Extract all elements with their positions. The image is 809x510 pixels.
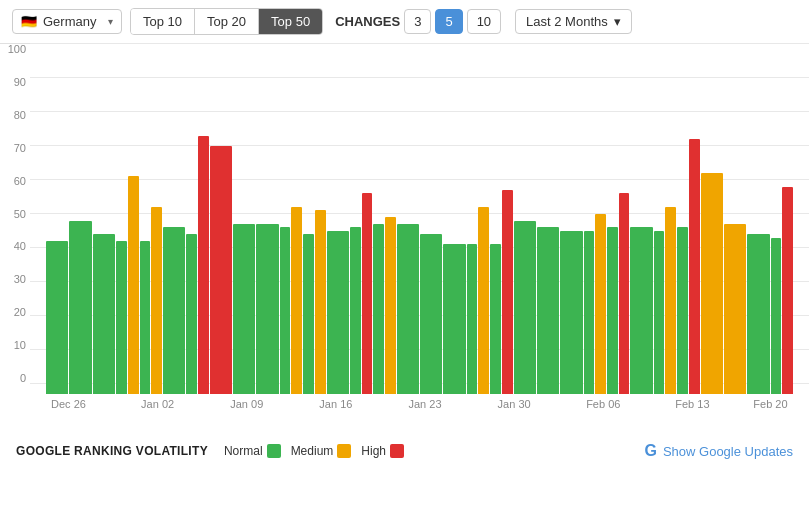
bar-green xyxy=(116,241,127,394)
months-select[interactable]: Last 2 Months ▾ xyxy=(515,9,632,34)
bar-group xyxy=(584,214,606,394)
y-label: 80 xyxy=(0,110,30,121)
legend-color-box xyxy=(267,444,281,458)
x-label: Feb 06 xyxy=(581,398,626,410)
google-updates-label: Show Google Updates xyxy=(663,444,793,459)
bar-red xyxy=(362,193,373,394)
bar-group xyxy=(724,224,746,394)
bar-group xyxy=(537,227,559,394)
y-label: 10 xyxy=(0,340,30,351)
chart-area: 0102030405060708090100 Dec 26Jan 02Jan 0… xyxy=(0,44,809,434)
change-buttons: 3 5 10 xyxy=(404,9,501,34)
changes-10-button[interactable]: 10 xyxy=(467,9,501,34)
changes-label: CHANGES xyxy=(335,14,400,29)
bar-green xyxy=(256,224,278,394)
bar-green xyxy=(420,234,442,394)
top-10-button[interactable]: Top 10 xyxy=(131,9,195,34)
legend-color-box xyxy=(337,444,351,458)
footer-left: GOOGLE RANKING VOLATILITY NormalMediumHi… xyxy=(16,444,404,458)
bar-green xyxy=(350,227,361,394)
bar-group xyxy=(607,193,629,394)
bar-orange xyxy=(724,224,746,394)
bar-orange xyxy=(151,207,162,394)
x-label: Jan 02 xyxy=(135,398,180,410)
bar-orange xyxy=(478,207,489,394)
bar-green xyxy=(771,238,782,394)
y-label: 30 xyxy=(0,274,30,285)
x-label: Feb 20 xyxy=(748,398,793,410)
months-label: Last 2 Months xyxy=(526,14,608,29)
legend-item: Medium xyxy=(291,444,352,458)
bar-group xyxy=(140,207,162,394)
bar-group xyxy=(163,227,185,394)
bar-group xyxy=(373,217,395,394)
bar-group xyxy=(560,231,582,394)
volatility-title: GOOGLE RANKING VOLATILITY xyxy=(16,444,208,458)
bar-orange xyxy=(291,207,302,394)
y-label: 90 xyxy=(0,77,30,88)
chevron-down-icon: ▾ xyxy=(108,16,113,27)
bar-red xyxy=(198,136,209,394)
x-axis: Dec 26Jan 02Jan 09Jan 16Jan 23Jan 30Feb … xyxy=(46,398,793,410)
country-label: Germany xyxy=(43,14,96,29)
bar-green xyxy=(584,231,595,394)
bar-group xyxy=(490,190,512,394)
bar-red xyxy=(689,139,700,394)
bar-group xyxy=(630,227,652,394)
x-label: Jan 09 xyxy=(224,398,269,410)
bar-green xyxy=(560,231,582,394)
legend: NormalMediumHigh xyxy=(224,444,404,458)
flag-icon: 🇩🇪 xyxy=(21,14,37,29)
bar-green xyxy=(677,227,688,394)
legend-color-box xyxy=(390,444,404,458)
bar-orange xyxy=(385,217,396,394)
y-label: 70 xyxy=(0,143,30,154)
top-20-button[interactable]: Top 20 xyxy=(195,9,259,34)
bar-orange xyxy=(595,214,606,394)
y-axis: 0102030405060708090100 xyxy=(0,44,30,384)
bar-group xyxy=(233,224,255,394)
bar-red xyxy=(502,190,513,394)
legend-item: Normal xyxy=(224,444,281,458)
changes-5-button[interactable]: 5 xyxy=(435,9,462,34)
footer: GOOGLE RANKING VOLATILITY NormalMediumHi… xyxy=(0,434,809,468)
bar-group xyxy=(186,136,208,394)
country-select[interactable]: 🇩🇪 Germany ▾ xyxy=(12,9,122,34)
bar-green xyxy=(327,231,349,394)
bar-group xyxy=(701,173,723,394)
bar-group xyxy=(443,244,465,394)
bar-green xyxy=(467,244,478,394)
top-50-button[interactable]: Top 50 xyxy=(259,9,322,34)
bar-green xyxy=(303,234,314,394)
bar-green xyxy=(69,221,91,394)
changes-3-button[interactable]: 3 xyxy=(404,9,431,34)
google-icon: G xyxy=(644,442,656,460)
bar-group xyxy=(747,234,769,394)
bar-orange xyxy=(315,210,326,394)
bar-group xyxy=(280,207,302,394)
bar-group xyxy=(210,146,232,394)
grid-line xyxy=(30,43,809,44)
bar-group xyxy=(514,221,536,394)
bar-group xyxy=(327,231,349,394)
bar-green xyxy=(233,224,255,394)
bar-green xyxy=(490,244,501,394)
bar-group xyxy=(467,207,489,394)
bar-red xyxy=(619,193,630,394)
bar-green xyxy=(514,221,536,394)
x-label: Feb 13 xyxy=(670,398,715,410)
chevron-down-icon: ▾ xyxy=(614,14,621,29)
bar-green xyxy=(186,234,197,394)
show-google-updates[interactable]: G Show Google Updates xyxy=(644,442,793,460)
bar-red xyxy=(782,187,793,394)
bar-group xyxy=(46,241,68,394)
bar-green xyxy=(163,227,185,394)
legend-item: High xyxy=(361,444,404,458)
bar-green xyxy=(373,224,384,394)
legend-label: Medium xyxy=(291,444,334,458)
bar-group xyxy=(303,210,325,394)
bar-red xyxy=(210,146,232,394)
bar-orange xyxy=(128,176,139,394)
bar-green xyxy=(280,227,291,394)
bar-group xyxy=(69,221,91,394)
